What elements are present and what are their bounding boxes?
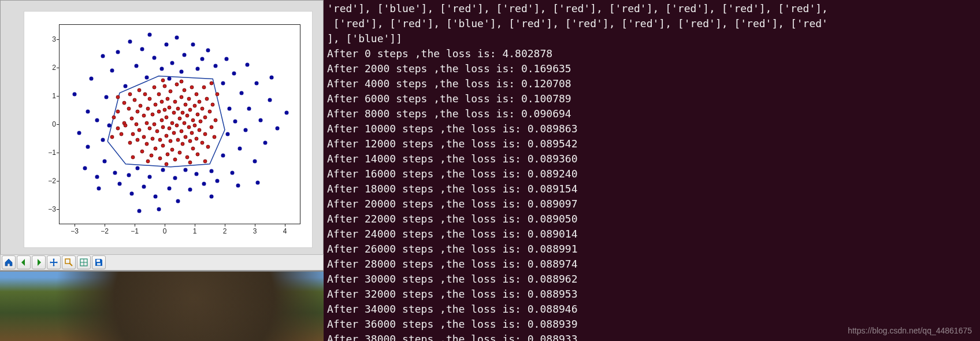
data-point-red (188, 161, 192, 165)
x-tick-label: 4 (283, 227, 287, 235)
watermark-text: https://blog.csdn.net/qq_44861675 (848, 326, 972, 335)
x-tick-label: −2 (101, 227, 109, 235)
data-point-red (163, 84, 167, 88)
svg-rect-2 (96, 260, 100, 262)
data-point-blue (206, 49, 210, 53)
data-point-red (167, 105, 171, 109)
data-point-blue (144, 75, 149, 79)
pan-button[interactable] (47, 255, 61, 269)
arrow-left-icon (19, 258, 28, 267)
data-point-red (201, 106, 205, 110)
data-point-red (170, 121, 175, 125)
data-point-blue (214, 64, 218, 68)
y-tick-label: 0 (52, 120, 56, 128)
data-point-red (164, 162, 168, 166)
matplotlib-window: −3−2−10123−3−2−101234 (0, 0, 324, 269)
data-point-blue (167, 186, 171, 190)
data-point-blue (157, 207, 161, 212)
data-point-blue (167, 77, 171, 81)
svg-rect-3 (97, 263, 101, 265)
terminal-output[interactable]: 'red'], ['blue'], ['red'], ['red'], ['re… (324, 0, 980, 341)
matplotlib-toolbar (0, 254, 324, 270)
data-point-blue (107, 124, 111, 128)
data-point-red (164, 115, 168, 119)
data-point-red (206, 145, 210, 149)
figure-canvas[interactable]: −3−2−10123−3−2−101234 (24, 11, 313, 248)
data-point-red (173, 99, 177, 103)
data-point-red (161, 125, 165, 129)
zoom-button[interactable] (62, 255, 76, 269)
home-button[interactable] (2, 255, 16, 269)
x-tick-label: −1 (131, 227, 139, 235)
data-point-red (193, 104, 197, 108)
data-point-red (158, 138, 162, 142)
data-point-red (110, 135, 114, 139)
subplots-button[interactable] (77, 255, 91, 269)
data-point-red (167, 127, 171, 131)
data-point-red (157, 109, 161, 113)
data-point-red (116, 127, 120, 131)
data-point-blue (159, 67, 164, 71)
data-point-blue (129, 192, 133, 196)
data-point-blue (269, 75, 273, 79)
data-point-red (136, 109, 140, 113)
data-point-red (179, 129, 183, 134)
data-point-red (169, 90, 173, 94)
data-point-blue (86, 109, 90, 113)
data-point-red (176, 138, 180, 142)
data-point-blue (101, 138, 105, 142)
data-point-blue (110, 68, 114, 72)
data-point-red (196, 152, 200, 156)
data-point-red (131, 132, 135, 136)
data-point-blue (231, 170, 235, 175)
data-point-red (211, 102, 215, 106)
data-point-blue (256, 180, 260, 184)
data-point-red (172, 131, 176, 135)
data-point-blue (226, 132, 230, 136)
data-point-red (151, 136, 155, 140)
data-point-red (191, 146, 195, 150)
data-point-red (139, 104, 143, 108)
data-point-red (124, 124, 128, 128)
data-point-red (159, 118, 164, 122)
data-point-red (137, 128, 141, 132)
forward-button[interactable] (32, 255, 46, 269)
data-point-red (175, 124, 179, 128)
y-tick-label: −2 (48, 177, 56, 185)
data-point-red (137, 88, 141, 92)
data-point-blue (140, 47, 144, 51)
x-tick-label: 1 (193, 227, 197, 235)
data-point-blue (179, 70, 183, 74)
data-point-blue (170, 61, 175, 65)
data-point-blue (259, 118, 263, 122)
data-point-blue (201, 57, 205, 61)
data-point-red (187, 97, 191, 101)
data-point-blue (96, 186, 101, 190)
data-point-red (152, 123, 156, 127)
data-point-red (166, 97, 170, 101)
back-button[interactable] (17, 255, 31, 269)
data-point-blue (247, 106, 251, 110)
data-point-red (178, 117, 182, 121)
data-point-blue (173, 176, 177, 180)
data-point-red (152, 86, 156, 90)
data-point-blue (136, 166, 140, 170)
data-point-red (148, 97, 152, 101)
data-point-blue (152, 55, 156, 60)
data-point-blue (83, 166, 87, 170)
data-point-blue (216, 179, 220, 183)
data-point-blue (268, 98, 272, 102)
data-point-red (129, 117, 133, 121)
data-point-blue (209, 169, 213, 173)
data-point-blue (142, 185, 146, 189)
data-point-red (175, 83, 179, 87)
data-point-blue (244, 128, 248, 132)
data-point-red (144, 121, 149, 125)
save-button[interactable] (92, 255, 106, 269)
data-point-red (161, 143, 165, 147)
data-point-blue (161, 168, 165, 172)
data-point-blue (253, 159, 257, 163)
data-point-red (172, 111, 176, 115)
x-tick-label: −3 (70, 227, 79, 235)
data-point-red (201, 140, 205, 144)
